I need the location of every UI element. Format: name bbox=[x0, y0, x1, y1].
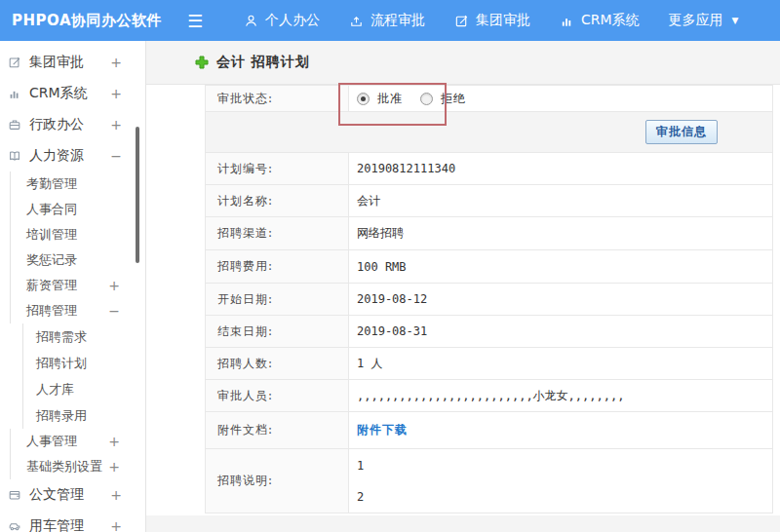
top-nav-item-4[interactable]: 更多应用▼ bbox=[669, 12, 739, 29]
approval-status-label: 审批状态: bbox=[206, 86, 349, 112]
radio-option-批准[interactable]: 批准 bbox=[357, 91, 403, 107]
radio-option-拒绝[interactable]: 拒绝 bbox=[420, 91, 466, 107]
sidebar-item-集团审批[interactable]: 集团审批+ bbox=[0, 47, 145, 78]
sidebar-item-label: 用车管理 bbox=[29, 517, 84, 532]
sidebar-item-招聘计划[interactable]: 招聘计划 bbox=[22, 350, 145, 376]
edit-square-icon bbox=[454, 14, 469, 28]
radio-unselected-icon[interactable] bbox=[420, 93, 433, 105]
sidebar-item-招聘录用[interactable]: 招聘录用 bbox=[22, 402, 145, 429]
sidebar-item-label: 基础类别设置 bbox=[26, 458, 102, 475]
sidebar-item-label: 考勤管理 bbox=[26, 175, 77, 193]
form-label: 招聘人数: bbox=[206, 348, 349, 380]
sidebar-item-label: 招聘计划 bbox=[36, 355, 87, 372]
sidebar-item-label: 行政办公 bbox=[29, 116, 84, 133]
form-value: 2019-08-31 bbox=[349, 316, 773, 348]
title-bar: 会计 招聘计划 bbox=[146, 41, 780, 85]
app-logo[interactable]: PHPOA协同办公软件 bbox=[0, 12, 187, 30]
user-icon bbox=[244, 14, 258, 28]
form-value: 2019-08-12 bbox=[349, 284, 773, 316]
edit-square-icon bbox=[8, 56, 21, 69]
form-label: 招聘渠道: bbox=[206, 217, 349, 250]
form-label: 审批人员: bbox=[206, 380, 349, 412]
sidebar-item-label: 集团审批 bbox=[29, 54, 84, 71]
radio-label: 批准 bbox=[377, 91, 403, 107]
collapse-minus-icon[interactable]: − bbox=[108, 303, 120, 319]
bar-chart-icon bbox=[560, 14, 574, 28]
form-value: 1 人 bbox=[349, 348, 773, 380]
form-value: 附件下载 bbox=[349, 412, 773, 449]
sidebar-item-label: 人力资源 bbox=[29, 147, 84, 165]
sidebar-item-薪资管理[interactable]: 薪资管理+ bbox=[10, 273, 145, 298]
collapse-minus-icon[interactable]: − bbox=[110, 148, 122, 164]
expand-plus-icon[interactable]: + bbox=[108, 434, 120, 449]
bar-chart-icon bbox=[8, 87, 21, 100]
top-nav-item-2[interactable]: 集团审批 bbox=[454, 12, 530, 29]
form-value-line: 1 bbox=[357, 450, 772, 481]
approval-info-button[interactable]: 审批信息 bbox=[645, 120, 718, 144]
form-label: 结束日期: bbox=[206, 316, 349, 348]
sidebar-item-用车管理[interactable]: 用车管理+ bbox=[0, 511, 145, 532]
sidebar-item-label: 招聘录用 bbox=[36, 407, 87, 425]
hamburger-icon[interactable]: ☰ bbox=[187, 11, 226, 31]
sidebar-item-label: 奖惩记录 bbox=[26, 251, 77, 269]
form-value: 网络招聘 bbox=[349, 217, 773, 250]
top-nav-item-1[interactable]: 流程审批 bbox=[349, 12, 425, 29]
sidebar-item-CRM系统[interactable]: CRM系统+ bbox=[0, 78, 145, 109]
radio-selected-icon[interactable] bbox=[357, 93, 370, 105]
expand-plus-icon[interactable]: + bbox=[110, 86, 122, 101]
approval-status-cell: 批准拒绝 bbox=[349, 86, 773, 112]
expand-plus-icon[interactable]: + bbox=[110, 487, 122, 503]
sidebar-item-基础类别设置[interactable]: 基础类别设置+ bbox=[10, 454, 145, 479]
top-nav-label: 更多应用 bbox=[669, 12, 723, 29]
sidebar-item-培训管理[interactable]: 培训管理 bbox=[10, 222, 145, 247]
sidebar-item-公文管理[interactable]: 公文管理+ bbox=[0, 479, 145, 511]
sidebar-item-人才库[interactable]: 人才库 bbox=[22, 376, 145, 402]
form-label: 招聘说明: bbox=[206, 449, 349, 513]
car-icon bbox=[8, 519, 21, 532]
app-window: PHPOA协同办公软件 ☰ 个人办公流程审批集团审批CRM系统更多应用▼ 集团审… bbox=[0, 0, 780, 532]
main-content: 会计 招聘计划 审批状态:批准拒绝审批信息计划编号:20190812111340… bbox=[146, 41, 780, 532]
form-label: 计划编号: bbox=[206, 153, 349, 185]
briefcase-icon bbox=[8, 118, 21, 132]
expand-plus-icon[interactable]: + bbox=[110, 518, 122, 532]
sidebar-item-人力资源[interactable]: 人力资源− bbox=[0, 140, 145, 171]
sidebar-item-人事合同[interactable]: 人事合同 bbox=[10, 197, 145, 222]
sidebar-item-招聘管理[interactable]: 招聘管理− bbox=[10, 298, 145, 323]
form-label: 开始日期: bbox=[206, 284, 349, 316]
book-icon bbox=[8, 149, 21, 163]
top-nav: 个人办公流程审批集团审批CRM系统更多应用▼ bbox=[244, 12, 739, 29]
expand-plus-icon[interactable]: + bbox=[110, 117, 122, 133]
sidebar-item-考勤管理[interactable]: 考勤管理 bbox=[10, 171, 145, 197]
top-nav-item-3[interactable]: CRM系统 bbox=[560, 12, 640, 29]
sidebar-item-人事管理[interactable]: 人事管理+ bbox=[10, 429, 145, 454]
top-nav-label: CRM系统 bbox=[581, 12, 640, 29]
expand-plus-icon[interactable]: + bbox=[108, 278, 120, 293]
form-value: ,,,,,,,,,,,,,,,,,,,,,,,,,小龙女,,,,,,,, bbox=[349, 380, 773, 412]
sidebar-item-label: 薪资管理 bbox=[26, 277, 77, 294]
top-nav-label: 集团审批 bbox=[476, 12, 530, 29]
caret-down-icon: ▼ bbox=[732, 16, 739, 25]
form-value-line: 2 bbox=[357, 481, 772, 513]
expand-plus-icon[interactable]: + bbox=[108, 459, 120, 475]
expand-plus-icon[interactable]: + bbox=[110, 55, 122, 70]
document-icon bbox=[8, 488, 21, 502]
form-label: 附件文档: bbox=[206, 412, 349, 449]
top-nav-item-0[interactable]: 个人办公 bbox=[244, 12, 320, 29]
sidebar-item-招聘需求[interactable]: 招聘需求 bbox=[22, 323, 145, 350]
sidebar-item-label: 招聘管理 bbox=[26, 302, 77, 320]
sidebar-item-label: 人事合同 bbox=[26, 201, 77, 218]
sidebar-item-行政办公[interactable]: 行政办公+ bbox=[0, 109, 145, 140]
form-card: 审批状态:批准拒绝审批信息计划编号:20190812111340计划名称:会计招… bbox=[146, 85, 780, 515]
topbar: PHPOA协同办公软件 ☰ 个人办公流程审批集团审批CRM系统更多应用▼ bbox=[0, 0, 780, 41]
attachment-download-link[interactable]: 附件下载 bbox=[357, 423, 408, 437]
sidebar: 集团审批+CRM系统+行政办公+人力资源−考勤管理人事合同培训管理奖惩记录薪资管… bbox=[0, 41, 146, 532]
page-title: 会计 招聘计划 bbox=[216, 54, 310, 71]
sidebar-item-label: 人事管理 bbox=[26, 433, 77, 450]
radio-label: 拒绝 bbox=[441, 91, 466, 107]
approval-form-table: 审批状态:批准拒绝审批信息计划编号:20190812111340计划名称:会计招… bbox=[205, 85, 773, 513]
form-value: 12 bbox=[349, 449, 773, 513]
sidebar-item-奖惩记录[interactable]: 奖惩记录 bbox=[10, 247, 145, 273]
sidebar-item-label: CRM系统 bbox=[29, 85, 88, 102]
add-plus-icon[interactable] bbox=[195, 56, 209, 69]
sidebar-item-label: 培训管理 bbox=[26, 226, 77, 244]
